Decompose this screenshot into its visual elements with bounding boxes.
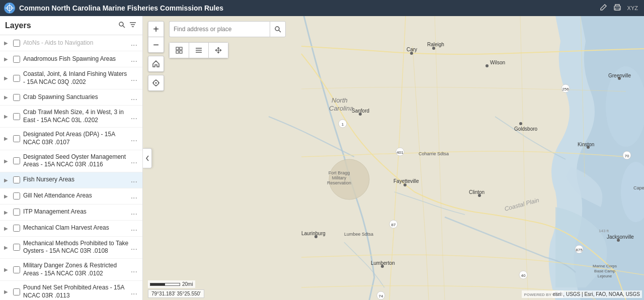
layer-checkbox-itp[interactable] <box>13 209 20 216</box>
layer-item-atons[interactable]: ▶ AtoNs - Aids to Navigation ... <box>0 35 142 51</box>
svg-text:Laurinburg: Laurinburg <box>301 231 326 236</box>
layer-more-gill-net[interactable]: ... <box>130 191 138 201</box>
layer-checkbox-crab-spawn[interactable] <box>13 94 20 101</box>
layer-expand-crab-spawn[interactable]: ▶ <box>4 94 10 100</box>
layer-list: ▶ AtoNs - Aids to Navigation ... ▶ Anadr… <box>0 35 142 300</box>
layer-item-military[interactable]: ▶ Military Danger Zones & Restricted Are… <box>0 259 142 281</box>
move-tool-button[interactable] <box>208 42 228 58</box>
xyz-button[interactable]: XYZ <box>625 3 640 14</box>
layer-checkbox-gill-net[interactable] <box>13 192 20 199</box>
svg-text:74: 74 <box>379 294 383 298</box>
layer-item-coastal[interactable]: ▶ Coastal, Joint, & Inland Fishing Water… <box>0 67 142 89</box>
layer-expand-anadromous[interactable]: ▶ <box>4 56 10 62</box>
layer-checkbox-mechanical-clam[interactable] <box>13 225 20 232</box>
layer-expand-coastal[interactable]: ▶ <box>4 75 10 81</box>
layer-checkbox-fish-nursery[interactable] <box>13 176 20 183</box>
search-input[interactable] <box>169 21 270 37</box>
layer-expand-itp[interactable]: ▶ <box>4 210 10 215</box>
coordinates-display: 79°31.183' 35°25.550' <box>148 289 204 298</box>
search-button[interactable] <box>270 21 286 37</box>
layer-checkbox-anadromous[interactable] <box>13 56 20 63</box>
search-layers-button[interactable] <box>117 20 126 31</box>
layer-expand-mechanical-oyster[interactable]: ▶ <box>4 245 10 250</box>
layer-expand-dpa[interactable]: ▶ <box>4 136 10 141</box>
layer-checkbox-crab-trawl[interactable] <box>13 113 20 120</box>
svg-text:Lumbee Sdtsa: Lumbee Sdtsa <box>344 232 373 237</box>
layer-checkbox-coastal[interactable] <box>13 75 20 82</box>
layer-more-seed-oyster[interactable]: ... <box>130 156 138 165</box>
layer-item-fish-nursery[interactable]: ▶ Fish Nursery Areas ... <box>0 172 142 188</box>
svg-text:40: 40 <box>521 273 526 278</box>
layer-checkbox-mechanical-oyster[interactable] <box>13 244 20 251</box>
layer-expand-crab-trawl[interactable]: ▶ <box>4 114 10 119</box>
layer-checkbox-military[interactable] <box>13 266 20 273</box>
zoom-out-button[interactable]: − <box>148 37 164 53</box>
layer-label-pound-net: Pound Net Set Prohibited Areas - 15A NCA… <box>23 284 130 299</box>
attribution-text: Esri, USGS | Esri, FAO, NOAA, USGS <box>554 291 640 297</box>
scale-bar: 20mi <box>148 280 195 288</box>
layer-item-gill-net[interactable]: ▶ Gill Net Attendance Areas ... <box>0 188 142 205</box>
zoom-controls: + − <box>148 21 164 53</box>
view-toggle <box>169 42 228 58</box>
filter-layers-button[interactable] <box>128 20 137 31</box>
layer-more-crab-trawl[interactable]: ... <box>130 112 138 121</box>
layer-checkbox-atons[interactable] <box>13 40 20 47</box>
zoom-in-button[interactable]: + <box>148 21 164 37</box>
layer-item-itp[interactable]: ▶ ITP Management Areas ... <box>0 205 142 221</box>
locate-button[interactable] <box>148 75 164 91</box>
print-button[interactable] <box>611 3 623 14</box>
layer-item-mechanical-clam[interactable]: ▶ Mechanical Clam Harvest Areas ... <box>0 221 142 237</box>
map-container[interactable]: Cary Raleigh Wilson Greenville Goldsboro… <box>143 16 644 300</box>
layer-more-atons[interactable]: ... <box>130 39 138 48</box>
layer-checkbox-dpa[interactable] <box>13 135 20 142</box>
svg-text:Cape: Cape <box>633 185 644 190</box>
layer-checkbox-pound-net[interactable] <box>13 288 20 295</box>
layer-more-pound-net[interactable]: ... <box>130 287 138 296</box>
layer-more-mechanical-oyster[interactable]: ... <box>130 243 138 252</box>
sidebar: Layers ▶ <box>0 16 143 300</box>
scale-label: 20mi <box>182 281 193 287</box>
layer-expand-atons[interactable]: ▶ <box>4 40 10 46</box>
collapse-sidebar-button[interactable] <box>143 148 152 168</box>
svg-rect-94 <box>176 51 179 53</box>
layer-item-dpa[interactable]: ▶ Designated Pot Areas (DPA) - 15A NCAC … <box>0 128 142 150</box>
layer-more-dpa[interactable]: ... <box>130 134 138 143</box>
layer-item-seed-oyster[interactable]: ▶ Designated Seed Oyster Management Area… <box>0 150 142 172</box>
sidebar-header: Layers <box>0 16 142 35</box>
layer-more-anadromous[interactable]: ... <box>130 55 138 64</box>
layer-more-crab-spawn[interactable]: ... <box>130 93 138 102</box>
layer-expand-fish-nursery[interactable]: ▶ <box>4 177 10 183</box>
app-header: Common North Carolina Marine Fisheries C… <box>0 0 644 16</box>
svg-line-7 <box>123 26 125 28</box>
layer-checkbox-seed-oyster[interactable] <box>13 157 20 164</box>
layer-expand-gill-net[interactable]: ▶ <box>4 193 10 199</box>
svg-text:Cary: Cary <box>407 47 417 52</box>
grid-view-button[interactable] <box>169 42 189 58</box>
coordinates-text: 79°31.183' 35°25.550' <box>151 291 201 296</box>
list-view-button[interactable] <box>189 42 209 58</box>
layer-expand-military[interactable]: ▶ <box>4 267 10 272</box>
layer-more-mechanical-clam[interactable]: ... <box>130 224 138 233</box>
svg-rect-95 <box>180 51 182 53</box>
svg-rect-92 <box>176 47 179 50</box>
svg-text:Carolina: Carolina <box>329 105 353 112</box>
attribution: Esri, USGS | Esri, FAO, NOAA, USGS <box>552 290 642 298</box>
layer-item-mechanical-oyster[interactable]: ▶ Mechanical Methods Prohibited to Take … <box>0 237 142 259</box>
svg-text:Fayetteville: Fayetteville <box>393 178 419 184</box>
layer-expand-pound-net[interactable]: ▶ <box>4 289 10 294</box>
layer-more-military[interactable]: ... <box>130 265 138 274</box>
layer-more-itp[interactable]: ... <box>130 208 138 217</box>
home-button[interactable] <box>148 56 164 72</box>
edit-button[interactable] <box>597 3 609 14</box>
layer-more-coastal[interactable]: ... <box>130 74 138 83</box>
layer-item-crab-trawl[interactable]: ▶ Crab Trawl Mesh Size, 4 in West, 3 in … <box>0 106 142 128</box>
layer-item-anadromous[interactable]: ▶ Anadromous Fish Spawning Areas ... <box>0 51 142 67</box>
layer-expand-mechanical-clam[interactable]: ▶ <box>4 226 10 231</box>
svg-point-17 <box>486 64 489 67</box>
layer-more-fish-nursery[interactable]: ... <box>130 175 138 184</box>
svg-text:875: 875 <box>576 248 583 252</box>
layer-item-pound-net[interactable]: ▶ Pound Net Set Prohibited Areas - 15A N… <box>0 281 142 300</box>
layer-item-crab-spawn[interactable]: ▶ Crab Spawning Sanctuaries ... <box>0 89 142 106</box>
svg-text:70: 70 <box>625 154 629 158</box>
layer-expand-seed-oyster[interactable]: ▶ <box>4 158 10 164</box>
